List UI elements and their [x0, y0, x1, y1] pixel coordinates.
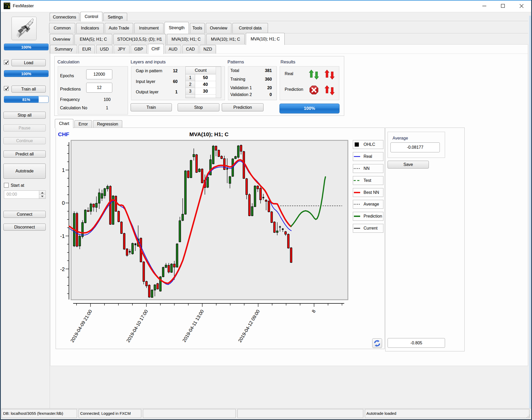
svg-text:2019-04-11 13:00: 2019-04-11 13:00 — [182, 309, 205, 343]
svg-text:2019-04-09 21:00: 2019-04-09 21:00 — [69, 309, 93, 343]
svg-text:1: 1 — [62, 167, 65, 173]
svg-text:2019-04-12 09:00: 2019-04-12 09:00 — [237, 309, 261, 343]
svg-text:2019-04-10 17:00: 2019-04-10 17:00 — [125, 309, 149, 343]
svg-text:0: 0 — [62, 200, 65, 206]
svg-text:8: 8 — [311, 309, 317, 314]
svg-text:-2: -2 — [60, 266, 65, 272]
svg-text:-1: -1 — [60, 233, 65, 239]
